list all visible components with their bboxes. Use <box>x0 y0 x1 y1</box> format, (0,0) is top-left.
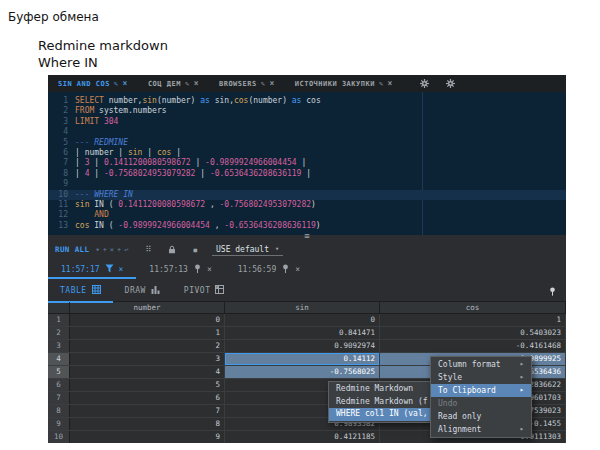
close-icon[interactable]: × <box>388 79 393 88</box>
row-number[interactable]: 3 <box>48 340 70 352</box>
run-mini-icon: + <box>117 246 121 254</box>
code-line: 1SELECT number,sin(number) as sin,cos(nu… <box>48 96 566 106</box>
close-icon[interactable]: × <box>194 79 199 88</box>
column-header-sin[interactable]: sin <box>225 302 380 313</box>
code-line: 12 AND <box>48 210 566 220</box>
close-icon[interactable]: × <box>207 265 212 274</box>
table-row: 320.9092974-0.4161468 <box>48 340 566 353</box>
submenu-item-redmine-markdown-f[interactable]: Redmine Markdown (f <box>329 396 431 409</box>
filter-icon[interactable] <box>105 264 114 275</box>
cell-sin[interactable]: -0.7568025 <box>225 366 380 378</box>
edit-icon[interactable]: ✎ <box>261 80 266 88</box>
column-header-number[interactable]: number <box>70 302 225 313</box>
cell-cos[interactable]: 1 <box>380 314 566 326</box>
grid-dots-icon[interactable]: ⠿ <box>146 245 152 254</box>
column-header-cos[interactable]: cos <box>380 302 566 313</box>
result-tab-11-57-17[interactable]: 11:57:17× <box>48 259 136 279</box>
query-tab-соц-дем[interactable]: СОЦ ДЕМ✎× <box>138 75 209 92</box>
query-tab-list: SIN AND COS✎×СОЦ ДЕМ✎×BROWSERS✎×ИСТОЧНИК… <box>48 75 403 92</box>
lock-icon[interactable] <box>168 245 176 254</box>
sql-editor[interactable]: 1SELECT number,sin(number) as sin,cos(nu… <box>48 92 566 235</box>
cell-number[interactable]: 1 <box>70 327 225 339</box>
code-line: 6| number | sin | cos | <box>48 148 566 158</box>
cell-number[interactable]: 4 <box>70 366 225 378</box>
view-tab-label: TABLE <box>60 286 87 295</box>
pin-icon[interactable] <box>281 264 290 275</box>
menu-item-to-clipboard[interactable]: To Clipboard▸ <box>431 384 531 397</box>
cell-sin[interactable]: 0.841471 <box>225 327 380 339</box>
row-number[interactable]: 8 <box>48 405 70 417</box>
use-database-dropdown[interactable]: USE default ▾ <box>212 244 283 256</box>
submenu-item-where-col1-in-val-[interactable]: WHERE col1 IN (val, <box>329 408 431 421</box>
row-number[interactable]: 1 <box>48 314 70 326</box>
row-number[interactable]: 7 <box>48 392 70 404</box>
query-settings-gear-icon[interactable] <box>420 79 429 88</box>
stop-icon[interactable]: ■ <box>193 246 197 253</box>
pin-results-icon[interactable] <box>549 281 556 300</box>
query-tab-label: ИСТОЧНИКИ ЗАКУПКИ <box>295 80 375 88</box>
cell-number[interactable]: 7 <box>70 405 225 417</box>
cell-number[interactable]: 6 <box>70 392 225 404</box>
code-text: | 3 | 0.1411200080598672 | -0.9899924966… <box>75 158 306 168</box>
cell-sin[interactable]: 0.4121185 <box>225 431 380 443</box>
clipboard-title: Буфер обмена <box>8 10 99 24</box>
cell-number[interactable]: 2 <box>70 340 225 352</box>
view-tab-pivot[interactable]: PIVOT <box>172 279 237 301</box>
clipboard-submenu: Redmine MarkdownRedmine Markdown (fWHERE… <box>328 381 432 423</box>
cell-sin[interactable]: 0.14112 <box>225 353 380 365</box>
query-tab-источники-закупки[interactable]: ИСТОЧНИКИ ЗАКУПКИ✎× <box>285 75 403 92</box>
run-options-icons[interactable]: ▾+✕+↩ <box>95 246 128 254</box>
line-number: 2 <box>48 106 75 116</box>
code-text: SELECT number,sin(number) as sin,cos(num… <box>75 96 321 106</box>
code-line: 4 <box>48 127 566 137</box>
close-icon[interactable]: × <box>119 265 124 274</box>
table-icon <box>92 285 101 296</box>
result-tab-label: 11:56:59 <box>238 265 277 274</box>
row-number[interactable]: 10 <box>48 431 70 443</box>
code-line: 5--- REDMINE <box>48 138 566 148</box>
submenu-arrow-icon: ▸ <box>520 371 524 384</box>
view-tab-draw[interactable]: DRAW <box>113 279 172 301</box>
edit-icon[interactable]: ✎ <box>379 80 384 88</box>
menu-item-read-only[interactable]: Read only <box>431 410 531 423</box>
cell-cos[interactable]: -0.4161468 <box>380 340 566 352</box>
line-number: 6 <box>48 148 75 158</box>
cell-number[interactable]: 9 <box>70 431 225 443</box>
close-icon[interactable]: × <box>123 79 128 88</box>
close-icon[interactable]: × <box>269 79 274 88</box>
result-tab-11-57-13[interactable]: 11:57:13× <box>136 259 224 279</box>
row-number[interactable]: 5 <box>48 366 70 378</box>
cell-number[interactable]: 3 <box>70 353 225 365</box>
pin-icon[interactable] <box>193 264 202 275</box>
edit-icon[interactable]: ✎ <box>185 80 190 88</box>
run-mini-icon: ▾ <box>95 246 99 254</box>
query-tab-browsers[interactable]: BROWSERS✎× <box>209 75 285 92</box>
query-tab-bar: SIN AND COS✎×СОЦ ДЕМ✎×BROWSERS✎×ИСТОЧНИК… <box>48 75 566 92</box>
cell-sin[interactable]: 0.9092974 <box>225 340 380 352</box>
close-icon[interactable]: × <box>295 265 300 274</box>
row-number[interactable]: 9 <box>48 418 70 430</box>
row-number[interactable]: 6 <box>48 379 70 391</box>
cell-sin[interactable]: 0 <box>225 314 380 326</box>
run-all-button[interactable]: RUN ALL <box>55 245 89 254</box>
row-number[interactable]: 4 <box>48 353 70 365</box>
menu-item-alignment[interactable]: Alignment▸ <box>431 423 531 436</box>
submenu-item-redmine-markdown[interactable]: Redmine Markdown <box>329 383 431 396</box>
cell-number[interactable]: 8 <box>70 418 225 430</box>
table-header-row: numbersincos <box>48 302 566 314</box>
cell-cos[interactable]: 0.5403023 <box>380 327 566 339</box>
menu-item-column-format[interactable]: Column format▸ <box>431 358 531 371</box>
cell-number[interactable]: 0 <box>70 314 225 326</box>
view-tab-table[interactable]: TABLE <box>48 279 113 303</box>
run-mini-icon: ↩ <box>124 246 128 254</box>
global-settings-gear-icon[interactable] <box>446 79 455 88</box>
edit-icon[interactable]: ✎ <box>114 80 119 88</box>
cell-number[interactable]: 5 <box>70 379 225 391</box>
result-tab-11-56-59[interactable]: 11:56:59× <box>225 259 313 279</box>
menu-item-label: Read only <box>438 410 481 423</box>
splitter-handle[interactable]: ≡ <box>48 235 566 240</box>
row-number[interactable]: 2 <box>48 327 70 339</box>
code-line: 10--- WHERE IN <box>48 190 566 200</box>
result-tab-label: 11:57:17 <box>61 265 100 274</box>
menu-item-style[interactable]: Style▸ <box>431 371 531 384</box>
